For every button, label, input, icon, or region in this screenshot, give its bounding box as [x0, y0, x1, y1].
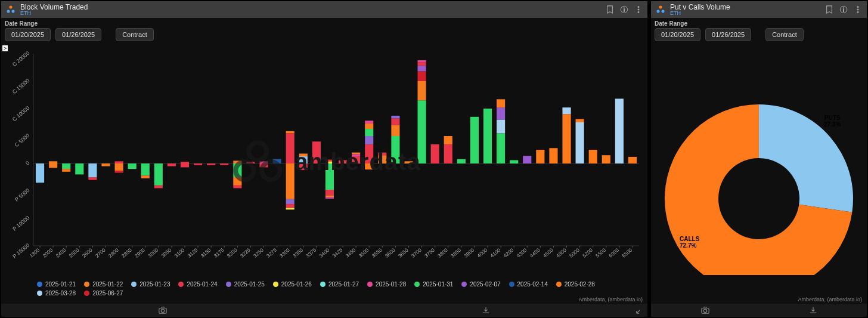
svg-point-2 — [12, 10, 15, 13]
svg-text:3300: 3300 — [278, 247, 291, 259]
legend: 2025-01-212025-01-222025-01-232025-01-24… — [37, 281, 641, 297]
camera-icon[interactable] — [701, 306, 709, 314]
svg-point-1 — [7, 10, 10, 13]
attribution-right: Amberdata, (amberdata.io) — [798, 297, 862, 302]
legend-item[interactable]: 2025-06-27 — [84, 290, 123, 297]
legend-item[interactable]: 2025-01-22 — [84, 281, 123, 288]
legend-label: 2025-03-28 — [45, 290, 76, 297]
contract-button[interactable]: Contract — [116, 28, 154, 41]
controls-left: Date Range 01/20/2025 01/26/2025 Contrac… — [1, 18, 647, 44]
legend-item[interactable]: 2025-01-24 — [178, 281, 217, 288]
svg-point-6 — [638, 7, 639, 8]
svg-rect-184 — [549, 148, 557, 163]
legend-item[interactable]: 2025-01-23 — [131, 281, 170, 288]
legend-swatch — [556, 282, 562, 287]
svg-text:3550: 3550 — [371, 247, 383, 259]
date-to-input[interactable]: 01/26/2025 — [55, 28, 101, 41]
svg-rect-129 — [365, 163, 373, 169]
svg-rect-138 — [391, 119, 399, 125]
date-from-input[interactable]: 01/20/2025 — [655, 28, 700, 41]
svg-text:P 15000: P 15000 — [11, 242, 30, 260]
svg-rect-112 — [326, 195, 334, 197]
svg-point-216 — [857, 9, 858, 10]
svg-text:5500: 5500 — [594, 247, 607, 259]
pie-calls-label: CALLS 72.7% — [680, 236, 699, 249]
legend-item[interactable]: 2025-03-28 — [37, 290, 76, 297]
legend-label: 2025-02-07 — [470, 281, 500, 288]
expand-icon[interactable] — [636, 306, 644, 314]
legend-swatch — [367, 282, 373, 287]
svg-rect-127 — [365, 124, 373, 129]
legend-swatch — [461, 282, 467, 287]
svg-text:C 5000: C 5000 — [14, 132, 31, 148]
legend-label: 2025-01-28 — [376, 281, 406, 288]
info-icon[interactable] — [839, 5, 848, 14]
svg-text:3850: 3850 — [450, 247, 462, 259]
legend-item[interactable]: 2025-01-21 — [37, 281, 76, 288]
svg-rect-110 — [326, 163, 334, 190]
svg-rect-166 — [483, 109, 492, 163]
legend-item[interactable]: 2025-02-07 — [461, 281, 500, 288]
info-icon[interactable] — [620, 5, 628, 14]
legend-swatch — [131, 282, 137, 287]
svg-rect-145 — [417, 100, 426, 163]
svg-rect-52 — [141, 163, 150, 175]
legend-item[interactable]: 2025-01-26 — [273, 281, 312, 288]
panel-title: Block Volume Traded — [20, 4, 88, 11]
svg-rect-82 — [246, 162, 255, 163]
controls-right: Date Range 01/20/2025 01/26/2025 Contrac… — [651, 18, 867, 44]
svg-text:1800: 1800 — [28, 247, 41, 259]
legend-label: 2025-01-21 — [45, 281, 76, 288]
legend-item[interactable]: 2025-01-27 — [320, 281, 359, 288]
more-icon[interactable] — [854, 5, 862, 14]
svg-rect-188 — [562, 107, 571, 114]
svg-text:3375: 3375 — [305, 247, 317, 259]
svg-text:C 20000: C 20000 — [11, 50, 30, 68]
legend-item[interactable]: 2025-02-28 — [556, 281, 595, 288]
svg-rect-153 — [431, 144, 439, 163]
svg-text:3000: 3000 — [147, 247, 159, 259]
brand-icon — [6, 5, 16, 14]
svg-rect-195 — [589, 150, 597, 163]
svg-rect-187 — [562, 114, 571, 163]
svg-rect-46 — [114, 171, 123, 173]
contract-button[interactable]: Contract — [765, 28, 804, 41]
legend-item[interactable]: 2025-02-14 — [509, 281, 548, 288]
svg-rect-142 — [404, 161, 413, 163]
svg-text:3250: 3250 — [252, 247, 265, 259]
svg-rect-163 — [470, 117, 479, 163]
bookmark-icon[interactable] — [825, 5, 833, 14]
more-icon[interactable] — [634, 5, 643, 14]
legend-swatch — [273, 282, 278, 287]
bar-chart-svg: C 20000C 15000C 10000C 50000P 5000P 1000… — [5, 49, 644, 274]
svg-point-209 — [659, 6, 662, 9]
camera-icon[interactable] — [159, 306, 167, 314]
legend-label: 2025-01-27 — [328, 281, 359, 288]
download-icon[interactable] — [809, 306, 817, 314]
date-from-input[interactable]: 01/20/2025 — [5, 28, 51, 41]
svg-text:3600: 3600 — [384, 247, 396, 259]
legend-item[interactable]: 2025-01-28 — [367, 281, 406, 288]
date-to-input[interactable]: 01/26/2025 — [705, 28, 751, 41]
legend-label: 2025-01-26 — [281, 281, 312, 288]
svg-text:2700: 2700 — [94, 247, 107, 259]
svg-text:2000: 2000 — [41, 247, 54, 259]
svg-point-219 — [703, 309, 706, 312]
legend-item[interactable]: 2025-01-31 — [414, 281, 453, 288]
svg-rect-95 — [286, 199, 294, 204]
svg-text:3175: 3175 — [213, 247, 225, 259]
date-range-label: Date Range — [655, 20, 863, 27]
legend-item[interactable]: 2025-01-25 — [226, 281, 265, 288]
bookmark-icon[interactable] — [606, 5, 614, 14]
donut-chart — [651, 49, 867, 298]
attribution-left: Amberdata, (amberdata.io) — [578, 297, 643, 302]
svg-rect-116 — [339, 160, 347, 163]
svg-rect-121 — [352, 153, 360, 155]
svg-text:3700: 3700 — [410, 247, 423, 259]
svg-rect-49 — [128, 163, 137, 169]
download-icon[interactable] — [482, 306, 490, 314]
svg-rect-41 — [101, 163, 110, 166]
svg-rect-148 — [417, 66, 426, 71]
svg-rect-156 — [444, 144, 452, 163]
svg-text:2500: 2500 — [68, 247, 80, 259]
